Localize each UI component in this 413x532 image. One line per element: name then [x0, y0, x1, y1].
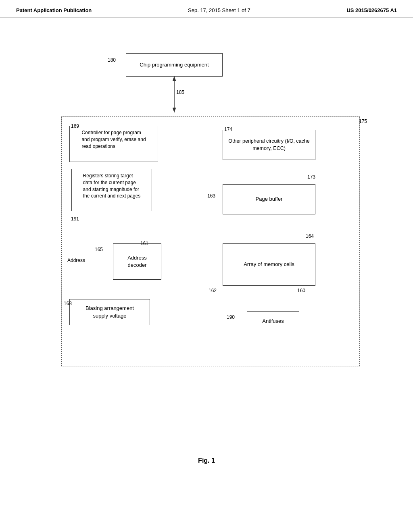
header-center: Sep. 17, 2015 Sheet 1 of 7 [188, 7, 250, 13]
ref-164: 164 [306, 233, 314, 239]
chip-programming-box: Chip programming equipment [126, 53, 223, 77]
controller-box: Controller for page program and program … [69, 126, 158, 162]
chip-programming-label: Chip programming equipment [140, 61, 209, 69]
page-buffer-label: Page buffer [256, 195, 283, 203]
figure-label: Fig. 1 [198, 457, 215, 464]
biasing-box: Biasing arrangement supply voltage [69, 299, 150, 325]
ref-163: 163 [207, 193, 215, 199]
header-right: US 2015/0262675 A1 [346, 7, 397, 13]
header-left: Patent Application Publication [16, 7, 92, 13]
antifuses-label: Antifuses [262, 318, 284, 325]
ref-180: 180 [108, 57, 116, 63]
biasing-label: Biasing arrangement supply voltage [86, 305, 134, 319]
antifuses-box: Antifuses [247, 311, 299, 331]
ref-191: 191 [71, 216, 79, 222]
controller-label: Controller for page program and program … [81, 129, 146, 150]
ref-168: 168 [64, 301, 72, 306]
ref-161: 161 [140, 241, 148, 246]
ref-169: 169 [71, 123, 79, 129]
ref-165: 165 [95, 247, 103, 252]
peripheral-label: Other peripheral circuitry (I/O, cache m… [223, 138, 315, 152]
memory-array-label: Array of memory cells [244, 261, 294, 268]
main-content: Chip programming equipment 180 185 175 C… [0, 18, 413, 472]
memory-array-box: Array of memory cells [223, 243, 315, 286]
peripheral-box: Other peripheral circuitry (I/O, cache m… [223, 130, 315, 160]
registers-box: Registers storing target data for the cu… [71, 169, 152, 211]
patent-diagram: Chip programming equipment 180 185 175 C… [33, 30, 380, 453]
page-buffer-box: Page buffer [223, 184, 315, 214]
address-label: Address [67, 258, 85, 263]
address-decoder-box: Address decoder [113, 243, 161, 280]
address-decoder-label: Address decoder [127, 254, 147, 269]
ref-174: 174 [224, 127, 232, 132]
ref-175: 175 [359, 118, 367, 124]
ref-162: 162 [209, 288, 217, 293]
ref-185: 185 [176, 89, 184, 95]
ref-160: 160 [297, 288, 305, 293]
page-header: Patent Application Publication Sep. 17, … [0, 0, 413, 18]
registers-label: Registers storing target data for the cu… [83, 172, 141, 200]
ref-190: 190 [227, 314, 235, 320]
ref-173: 173 [307, 174, 315, 180]
